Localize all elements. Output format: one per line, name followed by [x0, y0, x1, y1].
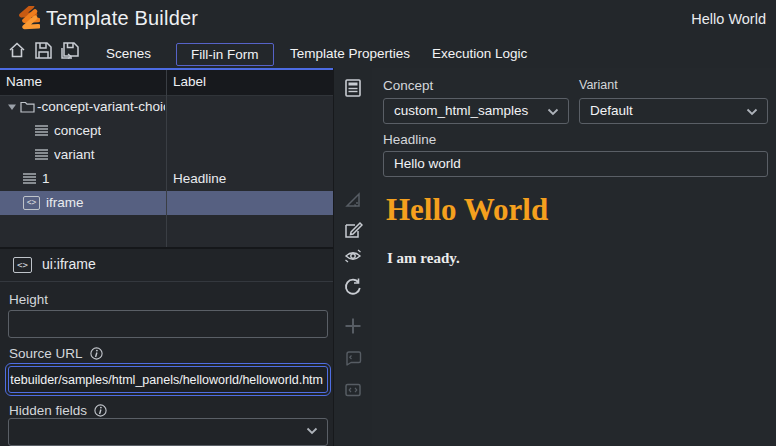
preview-body: I am ready. — [387, 250, 460, 267]
tab-template-properties[interactable]: Template Properties — [284, 43, 416, 64]
section-header: <> ui:iframe — [0, 249, 333, 282]
refresh-icon[interactable] — [343, 276, 363, 296]
headline-input[interactable]: Hello world — [383, 151, 768, 177]
edit-icon[interactable] — [343, 220, 363, 240]
variant-label: Variant — [579, 78, 618, 92]
column-header-name: Name — [6, 74, 42, 89]
hidden-fields-select[interactable] — [8, 418, 328, 446]
insert-snippet-icon[interactable] — [343, 348, 363, 368]
source-url-value: tebuilder/samples/html_panels/helloworld… — [10, 373, 323, 387]
concept-label: Concept — [383, 78, 433, 93]
height-input[interactable] — [8, 310, 328, 338]
section-title: ui:iframe — [42, 256, 96, 272]
menu-bar: Scenes Fill-in Form Template Properties … — [0, 38, 776, 68]
template-builder-window: Template Builder Hello World Scenes Fill… — [0, 0, 776, 446]
measure-icon[interactable] — [343, 190, 363, 210]
chevron-down-icon — [547, 108, 559, 116]
folder-icon — [20, 100, 35, 113]
headline-label: Headline — [383, 132, 436, 147]
side-toolbar — [333, 68, 374, 446]
variant-select[interactable]: Default — [579, 98, 768, 124]
home-icon[interactable] — [8, 41, 30, 63]
preview-heading: Hello World — [386, 192, 548, 228]
height-label: Height — [9, 292, 48, 307]
fill-in-form-panel: Concept custom_html_samples Variant Defa… — [372, 68, 776, 446]
tab-execution-logic[interactable]: Execution Logic — [426, 43, 533, 64]
info-icon[interactable] — [94, 404, 107, 417]
code-icon: <> — [13, 257, 32, 273]
page-title: Template Builder — [46, 7, 198, 30]
field-icon — [22, 172, 37, 185]
field-icon — [34, 148, 49, 161]
source-url-label: Source URL — [9, 346, 103, 361]
caret-down-icon[interactable] — [7, 103, 17, 111]
document-name: Hello World — [691, 11, 766, 27]
code-icon: <> — [23, 196, 40, 210]
info-icon[interactable] — [90, 347, 103, 360]
source-url-input[interactable]: tebuilder/samples/html_panels/helloworld… — [8, 366, 328, 393]
concept-select[interactable]: custom_html_samples — [383, 98, 569, 124]
form-view-icon[interactable] — [343, 78, 363, 98]
chevron-down-icon — [306, 427, 318, 435]
code-block-icon[interactable] — [343, 380, 363, 400]
field-tree-panel: Name Label -concept-variant-choice — [0, 68, 333, 247]
tab-scenes[interactable]: Scenes — [100, 43, 157, 64]
tree-column-divider[interactable] — [166, 70, 167, 247]
save-icon[interactable] — [34, 41, 56, 63]
iframe-properties-panel: <> ui:iframe Height Source URL tebuilder… — [0, 247, 333, 446]
app-logo-icon — [12, 6, 40, 33]
tab-fill-in-form[interactable]: Fill-in Form — [176, 43, 274, 66]
title-bar: Template Builder Hello World — [0, 0, 776, 38]
hidden-fields-label: Hidden fields — [9, 403, 107, 418]
preview-icon[interactable] — [343, 246, 363, 266]
chevron-down-icon — [746, 108, 758, 116]
add-icon[interactable] — [343, 316, 363, 336]
save-all-icon[interactable] — [60, 41, 82, 63]
field-icon — [34, 124, 49, 137]
column-header-label: Label — [173, 74, 206, 89]
